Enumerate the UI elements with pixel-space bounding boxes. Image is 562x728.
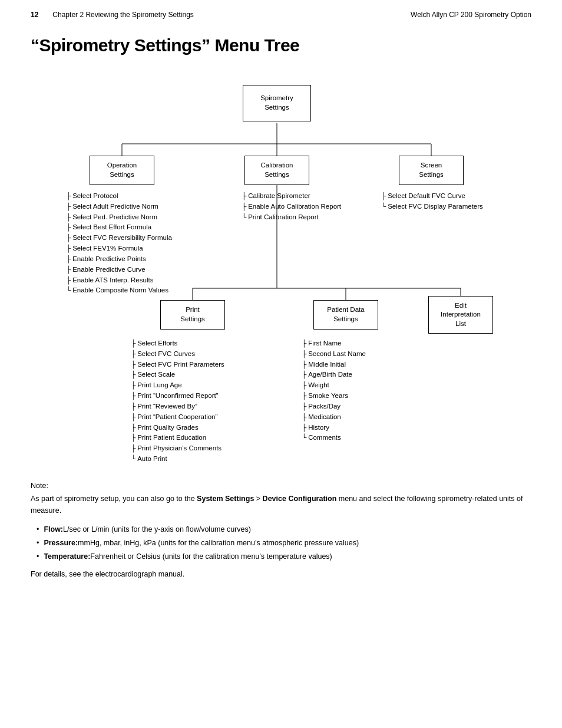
node-spirometry-settings: Spirometry Settings	[243, 85, 311, 121]
calibration-list-item: └Print Calibration Report	[242, 212, 341, 223]
operation-list: ├Select Protocol├Select Adult Predictive…	[66, 191, 172, 296]
operation-list-item: ├Enable Predictive Points	[66, 254, 172, 265]
node-print-settings: Print Settings	[160, 300, 225, 330]
page-header: 12 Chapter 2 Reviewing the Spirometry Se…	[0, 0, 562, 19]
page-number: 12	[31, 11, 38, 19]
patient-data-list-item: ├Second Last Name	[302, 349, 366, 360]
print-list-item: ├Print Physician’s Comments	[131, 443, 224, 454]
note-text: As part of spirometry setup, you can als…	[31, 493, 531, 516]
print-list-item: ├Select FVC Print Parameters	[131, 360, 224, 370]
patient-data-list-item: ├First Name	[302, 338, 366, 349]
calibration-list-item: ├Enable Auto Calibration Report	[242, 202, 341, 212]
patient-data-list-item: ├Weight	[302, 380, 366, 391]
bullet-item: Pressure: mmHg, mbar, inHg, kPa (units f…	[37, 537, 531, 549]
chapter-title: Chapter 2 Reviewing the Spirometry Setti…	[52, 11, 193, 19]
print-list-item: ├Print Lung Age	[131, 380, 224, 391]
calibration-list: ├Calibrate Spirometer├Enable Auto Calibr…	[242, 191, 341, 222]
bullet-item: Flow: L/sec or L/min (units for the y-ax…	[37, 523, 531, 535]
print-list-item: ├Select FVC Curves	[131, 349, 224, 360]
diagram-area: Spirometry Settings Operation Settings C…	[31, 67, 531, 468]
print-list-item: ├Select Efforts	[131, 338, 224, 349]
print-list-item: ├Select Scale	[131, 370, 224, 380]
calibration-list-item: ├Calibrate Spirometer	[242, 191, 341, 202]
print-list-item: ├Print Patient Education	[131, 433, 224, 443]
page-title: “Spirometry Settings” Menu Tree	[0, 19, 562, 55]
operation-list-item: ├Enable Predictive Curve	[66, 265, 172, 275]
operation-list-item: ├Select Best Effort Formula	[66, 222, 172, 233]
patient-data-list-item: ├Medication	[302, 412, 366, 423]
patient-data-list-item: ├History	[302, 423, 366, 433]
print-list-item: └Auto Print	[131, 454, 224, 465]
patient-data-list-item: ├Packs/Day	[302, 401, 366, 412]
final-note: For details, see the electrocardiograph …	[31, 568, 531, 580]
operation-list-item: ├Select FVC Reversibility Formula	[66, 233, 172, 243]
operation-list-item: ├Select FEV1% Formula	[66, 243, 172, 254]
node-patient-data-settings: Patient Data Settings	[313, 300, 378, 330]
patient-data-list-item: ├Middle Initial	[302, 360, 366, 370]
screen-list-item: ├Select Default FVC Curve	[381, 191, 483, 202]
patient-data-list: ├First Name├Second Last Name├Middle Init…	[302, 338, 366, 443]
operation-list-item: └Enable Composite Norm Values	[66, 285, 172, 296]
node-edit-interpretation: Edit Interpretation List	[428, 296, 493, 334]
node-calibration-settings: Calibration Settings	[244, 156, 309, 185]
patient-data-list-item: ├Age/Birth Date	[302, 370, 366, 380]
node-operation-settings: Operation Settings	[90, 156, 154, 185]
bullet-item: Temperature: Fahrenheit or Celsius (unit…	[37, 551, 531, 562]
note-label: Note:	[31, 480, 531, 492]
screen-list: ├Select Default FVC Curve└Select FVC Dis…	[381, 191, 483, 212]
product-title: Welch Allyn CP 200 Spirometry Option	[411, 11, 531, 19]
node-screen-settings: Screen Settings	[399, 156, 464, 185]
operation-list-item: ├Enable ATS Interp. Results	[66, 275, 172, 286]
operation-list-item: ├Select Adult Predictive Norm	[66, 202, 172, 212]
bullet-list: Flow: L/sec or L/min (units for the y-ax…	[31, 523, 531, 562]
patient-data-list-item: └Comments	[302, 433, 366, 443]
screen-list-item: └Select FVC Display Parameters	[381, 202, 483, 212]
print-list-item: ├Print “Reviewed By”	[131, 401, 224, 412]
print-list: ├Select Efforts├Select FVC Curves├Select…	[131, 338, 224, 465]
operation-list-item: ├Select Ped. Predictive Norm	[66, 212, 172, 223]
print-list-item: ├Print “Patient Cooperation”	[131, 412, 224, 423]
note-section: Note: As part of spirometry setup, you c…	[0, 468, 562, 592]
operation-list-item: ├Select Protocol	[66, 191, 172, 202]
print-list-item: ├Print Quality Grades	[131, 423, 224, 433]
print-list-item: ├Print “Unconfirmed Report”	[131, 391, 224, 401]
patient-data-list-item: ├Smoke Years	[302, 391, 366, 401]
